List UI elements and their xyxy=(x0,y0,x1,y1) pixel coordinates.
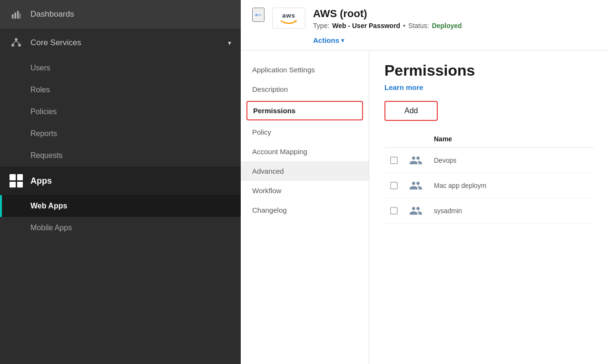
app-info: AWS (root) Type: Web - User Password • S… xyxy=(313,8,462,50)
group-icon xyxy=(409,179,422,192)
nav-item-description[interactable]: Description xyxy=(241,79,369,99)
table-row: sysadmin xyxy=(384,198,594,224)
table-header-checkbox xyxy=(384,130,403,148)
nav-item-workflow[interactable]: Workflow xyxy=(241,181,369,200)
permissions-table: Name Devops xyxy=(384,130,594,224)
left-nav: Application Settings Description Permiss… xyxy=(241,50,369,364)
row-name: Devops xyxy=(428,148,594,173)
sidebar-item-apps[interactable]: Apps xyxy=(0,167,241,195)
row-checkbox[interactable] xyxy=(390,182,398,189)
svg-line-8 xyxy=(16,41,20,44)
table-row: Mac app deploym xyxy=(384,173,594,198)
aws-logo-text: aws xyxy=(282,12,295,19)
svg-point-6 xyxy=(18,44,21,47)
app-actions: Actions ▾ xyxy=(313,31,462,50)
row-name: Mac app deploym xyxy=(428,173,594,198)
nav-item-changelog[interactable]: Changelog xyxy=(241,200,369,220)
svg-rect-1 xyxy=(14,12,16,19)
table-header-icon xyxy=(403,130,428,148)
group-icon xyxy=(409,154,422,167)
sidebar-item-core-services[interactable]: Core Services ▾ xyxy=(0,29,241,57)
add-button-wrapper: Add xyxy=(384,101,594,121)
row-checkbox[interactable] xyxy=(390,207,398,215)
svg-line-7 xyxy=(13,41,16,44)
add-button[interactable]: Add xyxy=(384,101,438,121)
app-meta: Type: Web - User Password • Status: Depl… xyxy=(313,22,462,30)
core-icon xyxy=(10,36,23,49)
status-label: Status: xyxy=(408,22,429,30)
svg-point-4 xyxy=(15,38,18,41)
row-name: sysadmin xyxy=(428,198,594,224)
sidebar-item-dashboards[interactable]: Dashboards xyxy=(0,0,241,29)
bar-chart-icon xyxy=(10,8,23,21)
type-value: Web - User Password xyxy=(332,22,400,30)
sidebar-item-roles[interactable]: Roles xyxy=(0,79,241,101)
sidebar-item-requests[interactable]: Requests xyxy=(0,145,241,167)
permissions-panel: Permissions Learn more Add Name xyxy=(369,50,609,364)
aws-logo: aws xyxy=(272,8,305,29)
sidebar: Dashboards Core Services ▾ Users Roles P… xyxy=(0,0,241,364)
app-header: ← aws AWS (root) Type: Web - User Passwo… xyxy=(241,0,609,50)
apps-label: Apps xyxy=(30,176,52,186)
content-area: Application Settings Description Permiss… xyxy=(241,50,609,364)
sidebar-item-reports[interactable]: Reports xyxy=(0,123,241,145)
svg-rect-2 xyxy=(17,11,19,19)
status-badge: Deployed xyxy=(432,22,462,30)
sidebar-item-label: Dashboards xyxy=(30,10,231,19)
svg-rect-3 xyxy=(20,13,20,19)
table-row: Devops xyxy=(384,148,594,173)
app-title: AWS (root) xyxy=(313,8,462,20)
aws-smile-svg xyxy=(279,19,298,25)
group-icon xyxy=(409,204,422,217)
nav-item-application-settings[interactable]: Application Settings xyxy=(241,60,369,79)
nav-item-advanced[interactable]: Advanced xyxy=(241,161,369,181)
nav-item-policy[interactable]: Policy xyxy=(241,122,369,142)
permissions-title: Permissions xyxy=(384,62,594,79)
sidebar-item-label: Core Services xyxy=(30,38,220,48)
sidebar-item-mobile-apps[interactable]: Mobile Apps xyxy=(0,217,241,239)
row-checkbox[interactable] xyxy=(390,157,398,164)
actions-caret: ▾ xyxy=(341,37,344,44)
table-header-name: Name xyxy=(428,130,594,148)
type-label: Type: xyxy=(313,22,329,30)
back-button[interactable]: ← xyxy=(252,8,265,22)
sidebar-item-web-apps[interactable]: Web Apps xyxy=(0,195,241,217)
chevron-down-icon: ▾ xyxy=(228,39,231,47)
apps-grid-icon xyxy=(10,174,23,187)
nav-item-account-mapping[interactable]: Account Mapping xyxy=(241,142,369,161)
nav-item-permissions[interactable]: Permissions xyxy=(246,101,363,120)
main-content: ← aws AWS (root) Type: Web - User Passwo… xyxy=(241,0,609,364)
sidebar-item-policies[interactable]: Policies xyxy=(0,101,241,123)
svg-rect-0 xyxy=(12,14,14,19)
svg-point-5 xyxy=(11,44,14,47)
actions-button[interactable]: Actions ▾ xyxy=(313,36,344,44)
learn-more-link[interactable]: Learn more xyxy=(384,83,423,91)
sidebar-item-users[interactable]: Users xyxy=(0,57,241,79)
